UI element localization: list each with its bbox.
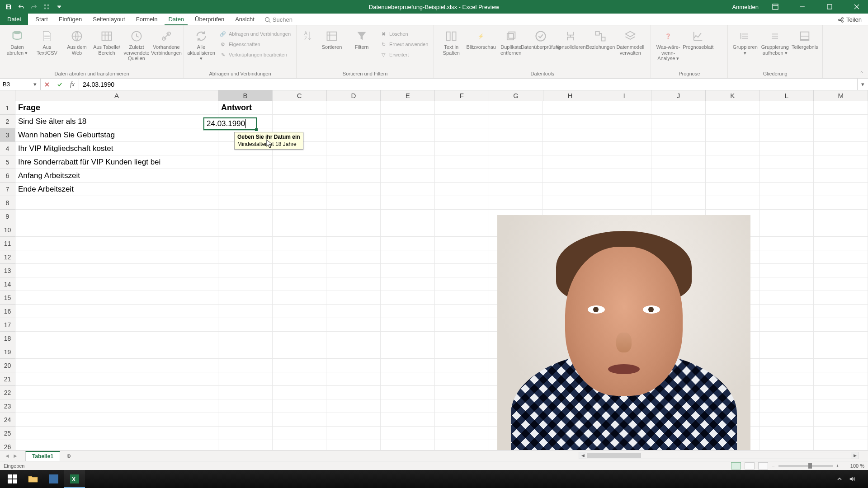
cell[interactable] (814, 345, 868, 359)
row-header[interactable]: 17 (0, 318, 15, 332)
cell[interactable] (760, 210, 814, 223)
cell[interactable]: Anfang Arbeitszeit (15, 169, 218, 183)
cell[interactable] (543, 115, 597, 128)
cell[interactable] (326, 196, 381, 210)
cell[interactable] (381, 128, 435, 142)
text-to-columns-button[interactable]: Text in Spalten (438, 27, 465, 56)
close-button[interactable] (846, 0, 867, 14)
group-button[interactable]: Gruppieren ▾ (731, 27, 759, 56)
cell[interactable] (326, 345, 381, 359)
cell[interactable] (814, 223, 868, 237)
cell[interactable] (760, 196, 814, 210)
cell[interactable] (381, 372, 435, 386)
data-model-button[interactable]: Datenmodell verwalten (617, 27, 644, 56)
cell[interactable] (273, 155, 327, 169)
cell[interactable] (489, 115, 543, 128)
row-header[interactable]: 15 (0, 291, 15, 305)
row-header[interactable]: 14 (0, 277, 15, 291)
cell[interactable] (326, 169, 381, 183)
cell[interactable] (273, 440, 327, 450)
cell[interactable] (814, 386, 868, 399)
cell[interactable] (218, 372, 273, 386)
column-header[interactable]: J (651, 90, 706, 101)
cell[interactable] (15, 277, 218, 291)
cell[interactable] (706, 155, 760, 169)
cell[interactable] (760, 250, 814, 264)
cell[interactable] (489, 169, 543, 183)
cell[interactable] (814, 237, 868, 250)
formula-input[interactable] (79, 79, 857, 90)
cell[interactable] (435, 196, 489, 210)
insert-function-button[interactable]: fx (66, 79, 79, 90)
cell[interactable] (326, 250, 381, 264)
cell[interactable] (218, 305, 273, 318)
cell[interactable]: Frage (15, 101, 218, 115)
cell[interactable] (15, 399, 218, 413)
cell[interactable] (760, 169, 814, 183)
cell[interactable] (760, 332, 814, 345)
cell[interactable]: Ende Arbeitszeit (15, 183, 218, 196)
cell[interactable] (435, 142, 489, 155)
cell[interactable] (814, 359, 868, 372)
cell[interactable]: Ihre Sonderrabatt für VIP Kunden liegt b… (15, 155, 218, 169)
cell[interactable] (15, 359, 218, 372)
cell[interactable] (381, 277, 435, 291)
zoom-minus-icon[interactable]: − (772, 463, 774, 469)
from-table-button[interactable]: Aus Tabelle/ Bereich (93, 27, 120, 56)
tell-me-search[interactable]: Suchen (260, 14, 297, 25)
cell[interactable] (435, 291, 489, 305)
cell[interactable] (651, 128, 706, 142)
row-header[interactable]: 13 (0, 264, 15, 277)
tab-start[interactable]: Start (30, 14, 53, 25)
cell[interactable] (326, 237, 381, 250)
cell[interactable] (706, 101, 760, 115)
row-header[interactable]: 21 (0, 372, 15, 386)
cell[interactable] (435, 440, 489, 450)
tab-pagelayout[interactable]: Seitenlayout (87, 14, 131, 25)
worksheet-grid[interactable]: ABCDEFGHIJKLM 12345678910111213141516171… (0, 90, 868, 450)
row-header[interactable]: 7 (0, 183, 15, 196)
cell[interactable] (597, 101, 651, 115)
cell[interactable] (218, 318, 273, 332)
cell[interactable] (760, 372, 814, 386)
zoom-slider[interactable] (778, 465, 833, 467)
start-button[interactable] (2, 470, 23, 488)
cell[interactable] (273, 386, 327, 399)
cell[interactable] (15, 332, 218, 345)
cell[interactable] (814, 210, 868, 223)
page-break-view-button[interactable] (758, 462, 768, 469)
tab-data[interactable]: Daten (163, 14, 189, 25)
cell[interactable] (814, 169, 868, 183)
cell[interactable] (760, 386, 814, 399)
cell[interactable] (15, 250, 218, 264)
row-header[interactable]: 19 (0, 345, 15, 359)
row-header[interactable]: 11 (0, 237, 15, 250)
cell[interactable] (15, 291, 218, 305)
cell[interactable] (381, 183, 435, 196)
cell[interactable] (760, 291, 814, 305)
column-header[interactable]: F (435, 90, 489, 101)
cell[interactable] (381, 155, 435, 169)
cell[interactable] (326, 359, 381, 372)
get-data-button[interactable]: Daten abrufen ▾ (4, 27, 31, 56)
cell[interactable]: Antwort (218, 101, 273, 115)
cell[interactable] (326, 399, 381, 413)
cell[interactable] (218, 359, 273, 372)
column-header[interactable]: I (597, 90, 651, 101)
row-header[interactable]: 3 (0, 128, 15, 142)
from-web-button[interactable]: Aus dem Web (63, 27, 90, 56)
cell[interactable] (381, 427, 435, 440)
cell[interactable] (15, 413, 218, 427)
page-layout-view-button[interactable] (745, 462, 755, 469)
subtotal-button[interactable]: Teilergebnis (791, 27, 818, 50)
cell[interactable] (326, 223, 381, 237)
cell[interactable] (597, 169, 651, 183)
cell[interactable] (760, 101, 814, 115)
row-header[interactable]: 4 (0, 142, 15, 155)
cell[interactable]: Sind Sie älter als 18 (15, 115, 218, 128)
cell[interactable] (814, 305, 868, 318)
row-header[interactable]: 26 (0, 440, 15, 450)
row-header[interactable]: 23 (0, 399, 15, 413)
remove-duplicates-button[interactable]: Duplikate entfernen (497, 27, 524, 56)
row-header[interactable]: 5 (0, 155, 15, 169)
